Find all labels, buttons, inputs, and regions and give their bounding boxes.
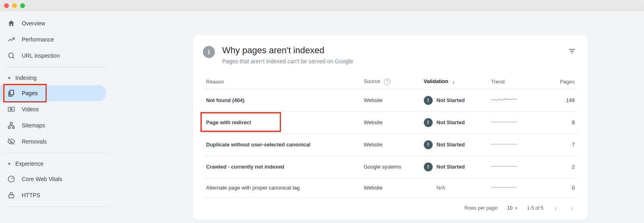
sidebar-item-label: Sitemaps <box>22 122 45 129</box>
section-label: Indexing <box>15 75 37 81</box>
caret-down-icon: ▼ <box>7 162 11 166</box>
trend-cell <box>488 111 540 133</box>
rows-per-page-label: Rows per page: <box>464 205 498 211</box>
sidebar-item-label: URL inspection <box>22 52 60 59</box>
source-cell: Website <box>360 133 420 156</box>
validation-cell: !Not Started <box>421 89 488 111</box>
sidebar-item-https[interactable]: HTTPS <box>0 187 113 203</box>
reason-cell: Duplicate without user-selected canonica… <box>203 133 360 156</box>
svg-rect-11 <box>570 51 574 52</box>
main-content: i Why pages aren't indexed Pages that ar… <box>113 11 644 223</box>
sidebar-item-label: HTTPS <box>22 192 40 198</box>
pages-cell: 2 <box>541 156 578 178</box>
svg-point-0 <box>8 53 13 58</box>
section-label: Experience <box>15 160 43 167</box>
col-trend[interactable]: Trend <box>488 74 540 89</box>
prev-page-button[interactable]: ‹ <box>552 203 559 213</box>
validation-cell: !Not Started <box>421 111 488 133</box>
sparkline-icon <box>491 97 517 102</box>
svg-rect-9 <box>9 195 14 198</box>
caret-down-icon: ▼ <box>514 206 518 210</box>
source-cell: Google systems <box>360 156 420 178</box>
validation-cell: !Not Started <box>421 133 488 156</box>
reason-cell: Not found (404) <box>203 89 360 111</box>
svg-line-1 <box>13 57 14 59</box>
source-cell: Website <box>360 111 420 133</box>
svg-marker-4 <box>10 108 12 110</box>
sidebar-item-pages[interactable]: Pages <box>0 85 106 101</box>
reason-cell: Crawled - currently not indexed <box>203 156 360 178</box>
pages-cell: 0 <box>541 178 578 197</box>
maximize-window-button[interactable] <box>20 3 25 8</box>
divider <box>6 153 107 153</box>
validation-cell: !Not Started <box>421 156 488 178</box>
sidebar-item-label: Pages <box>22 90 38 96</box>
info-icon: i <box>203 46 215 58</box>
rows-per-page-select[interactable]: 10 ▼ <box>507 205 518 211</box>
sidebar-item-url-inspection[interactable]: URL inspection <box>0 48 113 64</box>
exclamation-icon: ! <box>424 140 433 149</box>
source-cell: Website <box>360 89 420 111</box>
reasons-table: Reason Source ? Validation ↓ Trend Pages <box>203 74 578 198</box>
trend-cell <box>488 156 540 178</box>
sidebar-section-indexing[interactable]: ▼ Indexing <box>0 71 113 85</box>
pages-cell: 7 <box>541 133 578 156</box>
sidebar-item-label: Videos <box>22 106 39 113</box>
page-range: 1-5 of 5 <box>527 205 543 211</box>
sidebar-item-core-web-vitals[interactable]: Core Web Vitals <box>0 171 113 187</box>
table-row[interactable]: Alternate page with proper canonical tag… <box>203 178 578 197</box>
sparkline-icon <box>491 164 517 169</box>
table-row[interactable]: Not found (404)Website!Not Started149 <box>203 89 578 111</box>
card-header: i Why pages aren't indexed Pages that ar… <box>203 45 578 65</box>
sidebar-item-label: Core Web Vitals <box>22 176 62 182</box>
svg-rect-5 <box>10 123 12 124</box>
window-titlebar <box>0 0 644 11</box>
reason-cell: Alternate page with proper canonical tag <box>203 178 360 197</box>
sparkline-icon <box>491 185 517 190</box>
sidebar-item-videos[interactable]: Videos <box>0 101 113 117</box>
trend-cell <box>488 89 540 111</box>
card-title: Why pages aren't indexed <box>222 45 353 56</box>
search-icon <box>7 52 15 60</box>
exclamation-icon: ! <box>424 163 433 171</box>
table-row[interactable]: Duplicate without user-selected canonica… <box>203 133 578 156</box>
col-validation[interactable]: Validation ↓ <box>421 74 488 89</box>
gauge-icon <box>7 175 15 183</box>
help-icon[interactable]: ? <box>384 79 390 85</box>
minimize-window-button[interactable] <box>12 3 17 8</box>
sidebar-item-sitemaps[interactable]: Sitemaps <box>0 117 113 133</box>
pager: Rows per page: 10 ▼ 1-5 of 5 ‹ › <box>203 198 578 215</box>
sparkline-icon <box>491 119 517 124</box>
trend-icon <box>7 35 15 44</box>
divider <box>6 67 107 67</box>
traffic-lights <box>4 3 25 8</box>
next-page-button[interactable]: › <box>568 203 576 213</box>
sidebar-item-performance[interactable]: Performance <box>0 31 113 48</box>
filter-button[interactable] <box>566 45 578 59</box>
sidebar-item-overview[interactable]: Overview <box>0 15 113 31</box>
col-reason[interactable]: Reason <box>203 74 360 89</box>
col-pages[interactable]: Pages <box>541 74 578 89</box>
sidebar-item-label: Removals <box>22 138 47 145</box>
close-window-button[interactable] <box>4 3 9 8</box>
table-row[interactable]: Crawled - currently not indexedGoogle sy… <box>203 156 578 178</box>
svg-rect-7 <box>12 127 14 128</box>
col-source[interactable]: Source ? <box>360 74 420 89</box>
svg-rect-10 <box>569 49 575 50</box>
svg-rect-2 <box>10 90 14 95</box>
sparkline-icon <box>491 142 517 146</box>
table-row[interactable]: Page with redirectWebsite!Not Started9 <box>203 111 578 133</box>
source-cell: Website <box>360 178 420 197</box>
svg-rect-6 <box>8 127 10 128</box>
sidebar-item-removals[interactable]: Removals <box>0 133 113 150</box>
sort-desc-icon: ↓ <box>452 79 455 85</box>
sidebar-section-experience[interactable]: ▼ Experience <box>0 156 113 171</box>
video-icon <box>7 105 15 113</box>
divider <box>6 206 107 207</box>
sitemap-icon <box>7 121 15 129</box>
reason-cell: Page with redirect <box>203 111 360 133</box>
pages-icon <box>7 89 15 97</box>
pages-cell: 9 <box>541 111 578 133</box>
trend-cell <box>488 178 540 197</box>
svg-rect-12 <box>571 53 573 54</box>
